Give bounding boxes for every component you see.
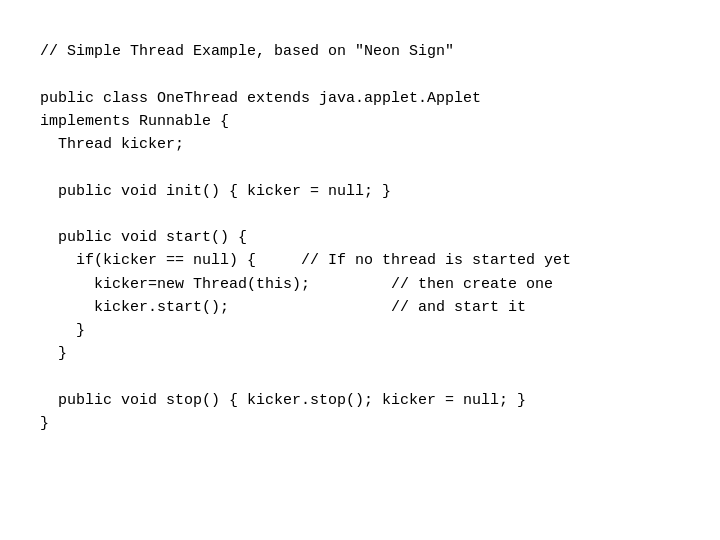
code-block: // Simple Thread Example, based on "Neon… xyxy=(0,0,720,540)
